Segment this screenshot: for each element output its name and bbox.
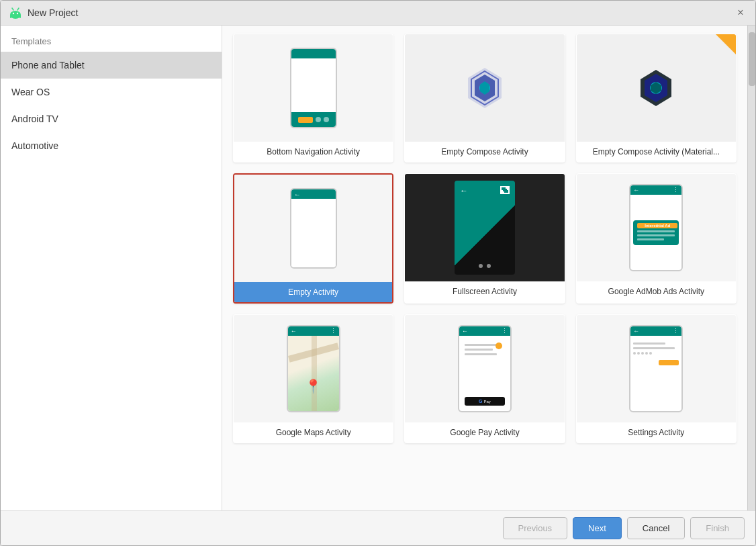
template-label-bottom-navigation: Bottom Navigation Activity — [234, 142, 393, 162]
template-thumb-gpay: ← ⋮ — [405, 315, 564, 422]
template-label-settings: Settings Activity — [577, 422, 736, 443]
template-empty-compose-material[interactable]: Empty Compose Activity (Material... — [576, 34, 737, 163]
svg-rect-6 — [10, 15, 11, 18]
sidebar: Templates Phone and Tablet Wear OS Andro… — [1, 26, 222, 510]
next-button[interactable]: Next — [573, 517, 622, 539]
template-label-admob: Google AdMob Ads Activity — [577, 281, 736, 302]
close-button[interactable]: × — [734, 6, 747, 19]
svg-point-2 — [13, 13, 14, 14]
template-thumb-settings: ← ⋮ — [577, 315, 736, 422]
new-project-dialog: New Project × Templates Phone and Tablet… — [0, 0, 756, 546]
templates-area: Bottom Navigation Activity — [222, 26, 747, 510]
template-admob[interactable]: ← ⋮ Interstitial Ad — [576, 173, 737, 304]
admob-ad-label: Interstitial Ad — [637, 223, 677, 228]
svg-rect-7 — [19, 15, 21, 18]
sidebar-item-android-tv[interactable]: Android TV — [1, 105, 222, 132]
fullscreen-expand-icon — [500, 186, 510, 194]
phone-mock-admob: ← ⋮ Interstitial Ad — [629, 184, 683, 271]
title-bar: New Project × — [1, 1, 755, 26]
scrollbar[interactable] — [747, 26, 755, 510]
star-badge — [716, 34, 736, 54]
finish-button[interactable]: Finish — [690, 517, 745, 539]
template-thumb-empty-compose — [405, 34, 564, 142]
bottom-bar: Previous Next Cancel Finish — [1, 510, 755, 545]
template-thumb-admob: ← ⋮ Interstitial Ad — [577, 174, 736, 281]
template-label-maps: Google Maps Activity — [234, 422, 393, 443]
template-empty-activity[interactable]: ← Empty Activity — [233, 173, 393, 304]
map-pin-icon: 📍 — [305, 378, 322, 394]
template-gpay[interactable]: ← ⋮ — [404, 314, 565, 443]
cancel-button[interactable]: Cancel — [627, 517, 685, 539]
compose-material-icon — [632, 64, 679, 111]
svg-point-3 — [17, 13, 18, 14]
template-empty-compose[interactable]: Empty Compose Activity — [404, 34, 565, 163]
template-thumb-maps: ← ⋮ 📍 — [234, 315, 393, 422]
template-label-fullscreen: Fullscreen Activity — [405, 281, 564, 302]
android-logo-icon — [9, 6, 22, 19]
dialog-title: New Project — [28, 7, 78, 18]
template-thumb-empty-compose-material — [577, 34, 736, 142]
svg-line-5 — [17, 8, 19, 10]
template-label-gpay: Google Pay Activity — [405, 422, 564, 443]
template-thumb-empty-activity: ← — [234, 175, 392, 282]
template-settings[interactable]: ← ⋮ — [576, 314, 737, 443]
svg-line-4 — [12, 8, 13, 10]
sidebar-item-automotive[interactable]: Automotive — [1, 132, 222, 159]
sidebar-section-title: Templates — [1, 26, 222, 52]
scrollbar-thumb[interactable] — [749, 32, 755, 86]
previous-button[interactable]: Previous — [503, 517, 568, 539]
template-bottom-navigation[interactable]: Bottom Navigation Activity — [233, 34, 393, 163]
template-thumb-fullscreen: ← — [405, 174, 564, 281]
compose-icon — [461, 64, 508, 111]
main-content: Templates Phone and Tablet Wear OS Andro… — [1, 26, 755, 510]
template-label-empty-activity: Empty Activity — [234, 282, 392, 302]
svg-rect-1 — [11, 12, 20, 17]
title-bar-left: New Project — [9, 6, 78, 19]
phone-mock-settings: ← ⋮ — [629, 325, 683, 412]
phone-mock-maps: ← ⋮ 📍 — [287, 325, 340, 412]
template-maps[interactable]: ← ⋮ 📍 Google Maps Ac — [233, 314, 393, 443]
template-fullscreen[interactable]: ← Fullscreen Activity — [404, 173, 565, 304]
phone-mock-gpay: ← ⋮ — [458, 325, 512, 412]
template-thumb-bottom-navigation — [234, 34, 393, 142]
phone-mock-empty: ← — [290, 188, 337, 269]
template-label-empty-compose: Empty Compose Activity — [405, 142, 564, 162]
template-label-empty-compose-material: Empty Compose Activity (Material... — [577, 142, 736, 162]
sidebar-item-phone-tablet[interactable]: Phone and Tablet — [1, 52, 222, 79]
templates-grid: Bottom Navigation Activity — [233, 34, 737, 443]
sidebar-item-wear-os[interactable]: Wear OS — [1, 79, 222, 105]
gpay-notification-dot — [495, 343, 502, 349]
gpay-badge: G Pay — [465, 397, 505, 406]
fullscreen-back-arrow: ← — [460, 186, 468, 195]
